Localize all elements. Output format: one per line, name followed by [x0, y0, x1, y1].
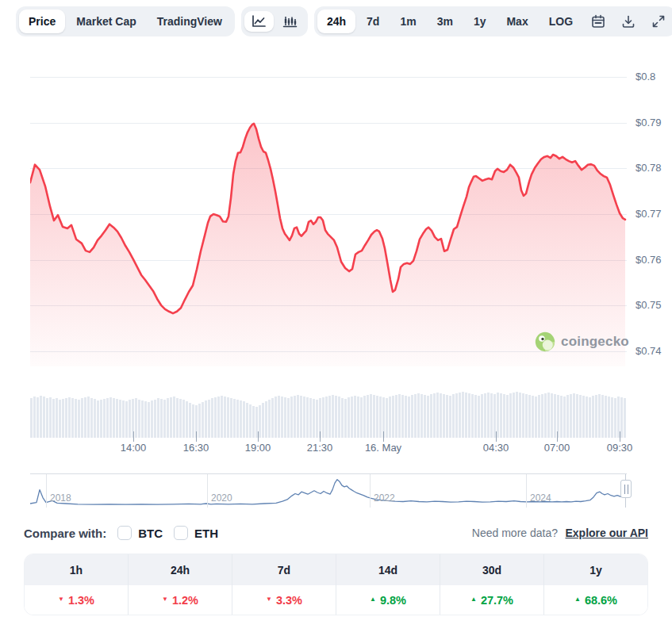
volume-bar	[167, 398, 169, 438]
volume-bar	[182, 400, 185, 438]
x-axis-label: 19:00	[230, 442, 286, 454]
view-tab-group: PriceMarket CapTradingView	[16, 6, 235, 36]
volume-bar	[176, 398, 179, 438]
perf-value-cell: ▼1.2%	[129, 585, 232, 615]
perf-value-cell: ▲27.7%	[440, 585, 543, 615]
range-button-7d[interactable]: 7d	[357, 10, 389, 33]
volume-bar	[65, 398, 67, 438]
calendar-button[interactable]	[584, 10, 612, 33]
up-triangle-icon: ▲	[370, 596, 376, 603]
volume-bar	[573, 393, 575, 438]
volume-bar	[179, 399, 182, 438]
chart-type-group	[241, 6, 308, 36]
volume-bar	[297, 395, 299, 438]
download-button[interactable]	[614, 10, 643, 33]
volume-bar	[43, 397, 45, 438]
volume-bar	[408, 397, 410, 438]
perf-header: 30d	[440, 554, 543, 585]
fullscreen-button[interactable]	[644, 10, 672, 33]
timeline-navigator[interactable]: 2018202020222024	[30, 473, 627, 507]
candlestick-chart-button[interactable]	[275, 11, 305, 32]
view-tab-price[interactable]: Price	[19, 10, 65, 33]
volume-bar	[487, 393, 490, 438]
perf-value-cell: ▼1.3%	[25, 585, 128, 615]
volume-bars	[30, 390, 627, 438]
volume-bar	[59, 400, 61, 438]
volume-bar	[116, 399, 118, 438]
volume-bar	[230, 398, 232, 438]
perf-value: 3.3%	[276, 594, 302, 607]
volume-bar	[471, 394, 474, 438]
download-icon	[621, 14, 636, 29]
volume-bar	[478, 396, 480, 438]
compare-option-eth[interactable]: ETH	[174, 526, 218, 540]
y-axis-label: $0.76	[636, 254, 662, 266]
range-button-1y[interactable]: 1y	[464, 10, 496, 33]
volume-bar	[525, 394, 528, 438]
view-tab-market-cap[interactable]: Market Cap	[67, 10, 145, 33]
perf-column-24h: 24h▼1.2%	[128, 554, 232, 615]
explore-api-link[interactable]: Explore our API	[565, 527, 648, 539]
volume-bar	[97, 400, 99, 438]
volume-bar	[519, 393, 521, 438]
volume-bar	[401, 395, 404, 438]
perf-header: 1h	[25, 554, 128, 585]
volume-bar	[84, 397, 86, 438]
view-tab-tradingview[interactable]: TradingView	[148, 10, 232, 33]
volume-bar	[275, 397, 277, 438]
volume-bar	[125, 401, 128, 438]
x-axis-tick	[133, 431, 134, 442]
volume-bar	[81, 398, 83, 438]
navigator-year-label: 2018	[50, 492, 71, 504]
navigator-drag-handle[interactable]	[620, 480, 632, 498]
volume-bar	[430, 394, 432, 438]
volume-bar	[240, 400, 242, 438]
volume-bar	[586, 397, 588, 438]
y-axis-label: $0.75	[636, 299, 662, 311]
performance-table: 1h▼1.3%24h▼1.2%7d▼3.3%14d▲9.8%30d▲27.7%1…	[24, 554, 648, 615]
volume-bar	[611, 397, 613, 438]
range-button-log[interactable]: LOG	[540, 10, 582, 33]
volume-bar	[516, 392, 518, 438]
volume-bar	[392, 396, 394, 438]
x-axis-label: 09:30	[592, 442, 647, 454]
volume-bar	[367, 395, 369, 438]
volume-bar	[227, 397, 229, 438]
volume-bar	[106, 398, 109, 438]
perf-column-30d: 30d▲27.7%	[440, 554, 543, 615]
compare-checkbox-btc[interactable]	[117, 526, 132, 540]
volume-bar	[601, 395, 604, 438]
volume-bar	[205, 400, 207, 438]
volume-bar	[344, 399, 347, 438]
volume-bar	[160, 399, 163, 438]
x-axis-tick	[196, 431, 197, 442]
volume-bar	[306, 397, 309, 438]
volume-bar	[30, 398, 33, 438]
volume-bar	[541, 394, 543, 438]
line-chart-button[interactable]	[244, 11, 274, 32]
perf-value-cell: ▲68.6%	[544, 585, 647, 615]
volume-bar	[129, 400, 131, 438]
perf-column-1h: 1h▼1.3%	[25, 554, 128, 615]
volume-bar	[405, 396, 407, 438]
volume-bar	[236, 400, 239, 438]
volume-bar	[462, 392, 464, 438]
range-button-max[interactable]: Max	[497, 10, 537, 33]
volume-bar	[379, 397, 382, 438]
up-triangle-icon: ▲	[574, 596, 581, 603]
volume-bar	[484, 393, 486, 438]
volume-bar	[268, 400, 271, 438]
volume-bar	[465, 393, 467, 438]
volume-bar	[348, 397, 350, 438]
volume-bar	[452, 394, 455, 438]
price-chart-canvas[interactable]	[30, 56, 627, 366]
compare-option-btc[interactable]: BTC	[117, 526, 163, 540]
candlestick-chart-icon	[282, 15, 298, 28]
range-button-24h[interactable]: 24h	[317, 10, 355, 33]
compare-checkbox-eth[interactable]	[174, 526, 188, 540]
volume-bar	[357, 397, 359, 438]
range-button-1m[interactable]: 1m	[390, 10, 425, 33]
volume-bar	[103, 399, 106, 438]
volume-bar	[189, 403, 191, 438]
range-button-3m[interactable]: 3m	[428, 10, 463, 33]
